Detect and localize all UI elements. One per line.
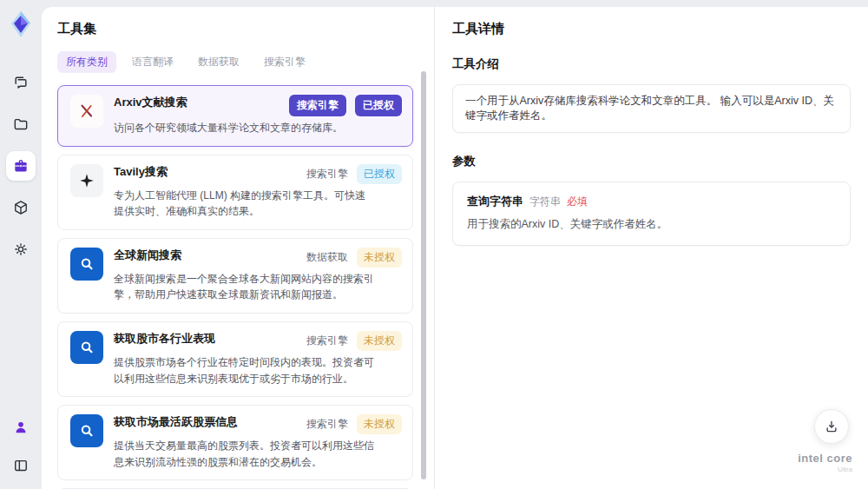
parameter-type: 字符串	[529, 195, 561, 209]
chat-icon[interactable]	[6, 68, 36, 97]
category-tab[interactable]: 数据获取	[189, 51, 248, 73]
tool-icon	[70, 95, 103, 128]
tools-list: Arxiv文献搜索 搜索引擎 已授权 访问各个研究领域大量科学论文和文章的存储库…	[57, 85, 413, 489]
tool-card-body: Arxiv文献搜索 搜索引擎 已授权 访问各个研究领域大量科学论文和文章的存储库…	[114, 95, 402, 136]
search-logo-icon	[77, 421, 96, 440]
tool-card[interactable]: Tavily搜索 搜索引擎 已授权 专为人工智能代理 (LLM) 构建的搜索引擎…	[57, 155, 413, 230]
tool-detail-panel: 工具详情 工具介绍 一个用于从Arxiv存储库搜索科学论文和文章的工具。 输入可…	[435, 7, 868, 489]
category-tab[interactable]: 语言翻译	[123, 51, 182, 73]
download-icon	[824, 419, 839, 434]
category-tab[interactable]: 所有类别	[57, 51, 116, 73]
parameter-required-badge: 必填	[567, 195, 588, 209]
tool-badges: 搜索引擎 未授权	[299, 331, 402, 351]
tool-card-body: 全球新闻搜索 数据获取 未授权 全球新闻搜索是一个聚合全球各大新闻网站内容的搜索…	[114, 248, 402, 303]
tool-title: 全球新闻搜索	[114, 248, 181, 263]
detail-title: 工具详情	[452, 21, 851, 37]
tool-auth-badge: 未授权	[357, 331, 402, 351]
tool-badges: 数据获取 未授权	[299, 248, 402, 268]
parameter-box: 查询字符串 字符串 必填 用于搜索的Arxiv ID、关键字或作者姓名。	[452, 182, 851, 246]
params-heading: 参数	[452, 154, 851, 169]
list-scrollbar[interactable]	[421, 71, 426, 479]
tool-card-body: 获取市场最活跃股票信息 搜索引擎 未授权 提供当天交易量最高的股票列表。投资者可…	[114, 414, 402, 470]
tool-description: 提供股票市场各个行业在特定时间段内的表现。投资者可以利用这些信息来识别表现优于或…	[114, 354, 374, 387]
toolbox-icon[interactable]	[6, 151, 36, 181]
parameter-name: 查询字符串	[467, 194, 523, 209]
parameter-header: 查询字符串 字符串 必填	[467, 194, 836, 209]
category-tabs: 所有类别 语言翻译 数据获取 搜索引擎	[57, 51, 413, 73]
category-tab[interactable]: 搜索引擎	[255, 51, 314, 73]
tool-auth-badge: 未授权	[357, 248, 402, 268]
tavily-star-icon	[77, 171, 96, 190]
tool-card[interactable]: 全球新闻搜索 数据获取 未授权 全球新闻搜索是一个聚合全球各大新闻网站内容的搜索…	[57, 238, 413, 314]
tool-icon	[70, 248, 103, 281]
search-logo-icon	[77, 338, 96, 357]
tool-card[interactable]: 获取市场最活跃股票信息 搜索引擎 未授权 提供当天交易量最高的股票列表。投资者可…	[57, 405, 413, 480]
tool-title: Tavily搜索	[114, 164, 168, 180]
tool-card-body: Tavily搜索 搜索引擎 已授权 专为人工智能代理 (LLM) 构建的搜索引擎…	[114, 164, 402, 220]
download-button[interactable]	[814, 409, 849, 444]
tool-intro-box: 一个用于从Arxiv存储库搜索科学论文和文章的工具。 输入可以是Arxiv ID…	[452, 84, 851, 133]
panel-toggle-icon[interactable]	[6, 451, 36, 480]
search-logo-icon	[77, 254, 96, 274]
tool-description: 专为人工智能代理 (LLM) 构建的搜索引擎工具。可快速提供实时、准确和真实的结…	[114, 188, 374, 220]
main-content: 工具集 所有类别 语言翻译 数据获取 搜索引擎	[42, 7, 868, 489]
tool-category-badge: 搜索引擎	[306, 167, 348, 182]
package-icon[interactable]	[6, 193, 36, 222]
tool-auth-badge: 已授权	[355, 95, 402, 116]
tool-description: 访问各个研究领域大量科学论文和文章的存储库。	[114, 120, 374, 136]
tool-icon	[70, 331, 103, 364]
intel-core-logo: intel core Ultra	[798, 453, 852, 473]
arxiv-logo-icon	[77, 102, 96, 121]
rail-nav	[6, 68, 36, 264]
tool-card[interactable]: Arxiv文献搜索 搜索引擎 已授权 访问各个研究领域大量科学论文和文章的存储库…	[57, 85, 413, 147]
tool-badges: 搜索引擎 未授权	[299, 414, 402, 434]
rail-bottom	[6, 413, 36, 480]
parameter-description: 用于搜索的Arxiv ID、关键字或作者姓名。	[467, 217, 836, 232]
intel-core-sub-text: Ultra	[798, 466, 852, 473]
tool-icon	[70, 164, 103, 197]
tool-badges: 搜索引擎 已授权	[299, 164, 402, 184]
tool-auth-badge: 未授权	[357, 414, 402, 434]
app-logo-icon[interactable]	[8, 10, 34, 38]
tool-description: 全球新闻搜索是一个聚合全球各大新闻网站内容的搜索引擎，帮助用户快速获取全球最新资…	[114, 271, 374, 303]
tool-category-badge: 搜索引擎	[306, 417, 348, 432]
tool-title: Arxiv文献搜索	[114, 95, 187, 110]
tool-card-body: 获取股市各行业表现 搜索引擎 未授权 提供股票市场各个行业在特定时间段内的表现。…	[114, 331, 402, 387]
tool-title: 获取股市各行业表现	[114, 331, 215, 347]
tool-title: 获取市场最活跃股票信息	[114, 414, 238, 430]
settings-gear-icon[interactable]	[6, 235, 36, 264]
tool-category-badge: 搜索引擎	[289, 95, 346, 116]
intro-heading: 工具介绍	[452, 56, 851, 72]
tool-auth-badge: 已授权	[357, 164, 402, 184]
tools-list-panel: 工具集 所有类别 语言翻译 数据获取 搜索引擎	[42, 7, 434, 489]
left-rail	[0, 0, 42, 489]
tool-description: 提供当天交易量最高的股票列表。投资者可以利用这些信息来识别流动性强的股票和潜在的…	[114, 438, 374, 470]
user-avatar-icon[interactable]	[6, 413, 36, 442]
tool-card[interactable]: 获取股市各行业表现 搜索引擎 未授权 提供股票市场各个行业在特定时间段内的表现。…	[57, 321, 413, 397]
page-title: 工具集	[57, 21, 413, 37]
tool-category-badge: 搜索引擎	[306, 334, 348, 348]
folder-icon[interactable]	[6, 109, 36, 139]
tool-badges: 搜索引擎 已授权	[282, 95, 402, 116]
tool-icon	[70, 414, 103, 447]
intel-core-text: intel core	[798, 453, 852, 464]
tool-category-badge: 数据获取	[306, 250, 348, 265]
